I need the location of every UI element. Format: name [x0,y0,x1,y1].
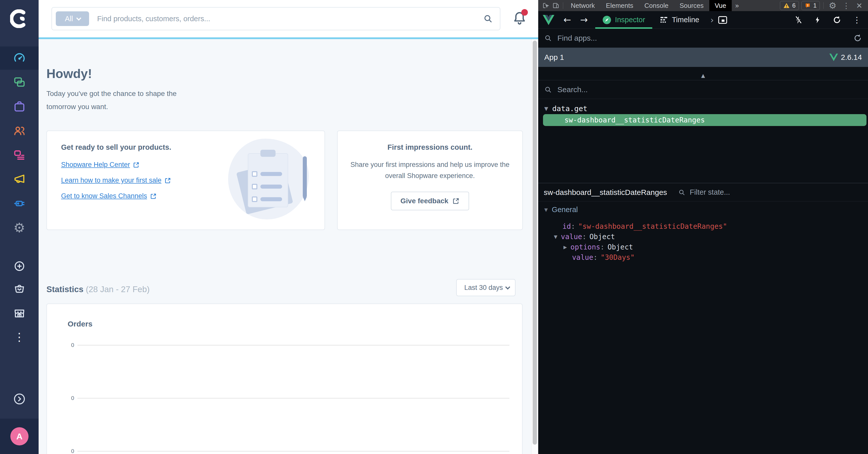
scroll-up-icon[interactable]: ▲ [701,73,705,80]
sidebar-item-marketing[interactable] [0,168,39,191]
sidebar-item-catalogues[interactable] [0,71,39,94]
dashboard-icon [13,52,26,65]
sidebar-item-content[interactable] [0,143,39,167]
orders-icon [13,100,26,113]
state-row-options[interactable]: ▶ options: Object [563,242,633,252]
state-row-value[interactable]: ▼ value: Object [554,231,615,242]
settings-gear-icon: ⚙ [13,221,25,234]
date-range-value: Last 30 days [464,284,505,292]
storefront-icon [13,307,26,319]
kebab-icon: ⋮ [14,331,25,343]
link-help-center[interactable]: Shopware Help Center [61,161,140,169]
user-avatar[interactable]: A [10,427,29,446]
date-range-select[interactable]: Last 30 days [456,279,516,296]
sidebar-item-settings[interactable]: ⚙ [0,216,39,239]
sidebar-item-customers[interactable] [0,119,39,142]
more-tabs-button[interactable]: » [732,2,742,9]
timeline-icon [659,16,669,25]
caret-down-icon[interactable]: ▼ [544,207,548,212]
sidebar-item-dashboard[interactable] [0,47,39,70]
devtools-panel: Network Elements Console Sources Vue » 6… [538,0,868,454]
state-key: value [561,232,582,241]
sidebar-item-storefront[interactable] [0,302,39,324]
history-back-button[interactable]: ← [563,11,571,29]
link-first-sale-label[interactable]: Learn how to make your first sale [61,176,161,184]
sidebar-item-extensions[interactable] [0,192,39,215]
issue-count: 1 [813,2,816,9]
tab-inspector[interactable]: Inspector [595,11,652,29]
notification-bell[interactable] [512,10,527,27]
state-section-general[interactable]: ▼ General [544,205,578,214]
link-sales-channels-label[interactable]: Get to know Sales Channels [61,192,147,200]
history-forward-button[interactable]: → [580,11,588,29]
state-value: "30Days" [600,253,634,262]
popout-window-icon[interactable] [718,16,727,24]
search-scope-chip[interactable]: All [56,11,89,26]
feedback-card: First impressions count. Share your firs… [337,131,523,230]
component-search-input[interactable] [557,85,862,94]
reload-apps-icon[interactable] [854,34,862,42]
statistics-title: Statistics [46,285,84,294]
shopware-admin: ⚙ ⋮ [0,0,538,454]
chart-gridline-row: 0 [47,395,522,401]
search-icon [544,86,552,93]
sidebar-expand-button[interactable] [0,388,39,410]
events-icon[interactable] [814,16,821,24]
devtools-tab-console[interactable]: Console [639,0,674,11]
page-scrollbar [531,39,538,454]
global-search-input[interactable] [97,15,483,23]
app-row[interactable]: App 1 2.6.14 [538,48,868,67]
state-row-value-30days[interactable]: value: "30Days" [572,252,634,263]
external-link-icon [133,162,140,168]
tree-scroll-strip: ▲ [538,67,868,80]
caret-down-icon[interactable]: ▼ [554,234,557,239]
devtools-tab-elements[interactable]: Elements [600,0,639,11]
active-tab-underline [595,27,652,29]
global-search[interactable]: All [52,7,500,30]
state-row-id[interactable]: id: "sw-dashboard__statisticDateRanges" [562,221,727,231]
search-icon[interactable] [483,14,493,24]
devtools-menu-button[interactable]: ⋮ [839,1,853,10]
tree-item-selected[interactable]: sw-dashboard__statisticDateRanges [543,114,867,126]
chevron-down-icon [76,16,81,21]
tree-group-data-get[interactable]: ▼ data.get [538,103,868,114]
find-apps-input[interactable] [557,34,854,42]
extensions-icon [13,197,26,210]
issues-badge[interactable]: 1 [801,1,820,10]
events-off-icon[interactable] [794,16,802,24]
caret-down-icon[interactable]: ▼ [544,106,548,112]
vue-version: 2.6.14 [841,53,862,62]
devtools-settings-button[interactable]: ⚙ [826,0,839,10]
app-name: App 1 [544,53,564,62]
vue-menu-button[interactable]: ⋮ [853,15,861,25]
sidebar-item-add[interactable] [0,255,39,277]
link-first-sale[interactable]: Learn how to make your first sale [61,176,171,184]
customers-icon [13,124,26,137]
tab-timeline-label: Timeline [672,16,700,24]
inspect-element-button[interactable] [541,0,551,11]
sell-products-card: Get ready to sell your products. Shopwar… [46,131,325,230]
sidebar-item-more[interactable]: ⋮ [0,326,39,348]
warnings-badge[interactable]: 6 [780,1,799,10]
device-toolbar-button[interactable] [551,0,561,11]
scrollbar-thumb[interactable] [533,41,537,445]
caret-right-icon[interactable]: ▶ [563,245,567,250]
catalogues-icon [13,76,26,89]
devtools-close-button[interactable]: ✕ [853,1,866,10]
component-search-row [538,80,868,99]
state-value: "sw-dashboard__statisticDateRanges" [578,222,727,230]
tab-timeline[interactable]: Timeline [652,11,707,29]
link-sales-channels[interactable]: Get to know Sales Channels [61,192,157,200]
devtools-tab-vue[interactable]: Vue [709,0,732,11]
give-feedback-button[interactable]: Give feedback [391,192,469,210]
external-link-icon [150,193,157,199]
sidebar-item-orders[interactable] [0,95,39,118]
inspector-compass-icon [602,16,611,25]
filter-state-input[interactable] [690,188,863,196]
devtools-tab-sources[interactable]: Sources [674,0,709,11]
refresh-icon[interactable] [833,16,841,24]
sidebar-item-basket[interactable] [0,277,39,300]
link-help-center-label[interactable]: Shopware Help Center [61,161,130,169]
devtools-tab-network[interactable]: Network [565,0,600,11]
shopware-logo[interactable] [0,0,39,37]
